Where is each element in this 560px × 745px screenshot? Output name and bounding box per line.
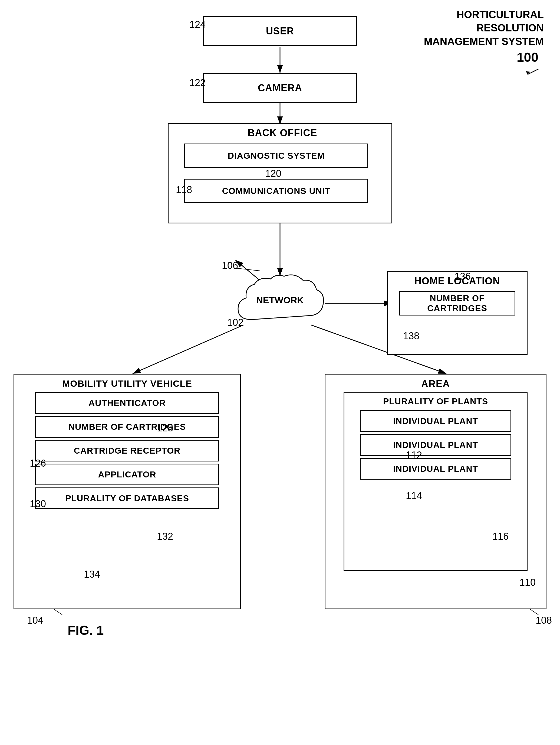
ref-110: 110	[519, 577, 536, 588]
plant2-box: INDIVIDUAL PLANT	[360, 434, 511, 456]
databases-box: PLURALITY OF DATABASES	[35, 487, 219, 509]
area-box: AREA PLURALITY OF PLANTS INDIVIDUAL PLAN…	[325, 374, 547, 609]
ref-102: 102	[227, 317, 243, 328]
home-cartridges-box: NUMBER OF CARTRIDGES	[399, 291, 515, 316]
home-location-box: HOME LOCATION NUMBER OF CARTRIDGES	[387, 271, 528, 355]
svg-line-20	[54, 609, 62, 615]
ref-112: 112	[406, 450, 422, 461]
plant3-box: INDIVIDUAL PLANT	[360, 458, 511, 480]
ref-104: 104	[27, 615, 43, 626]
camera-box: CAMERA	[203, 73, 357, 103]
ref-124: 124	[189, 19, 206, 30]
plant1-box: INDIVIDUAL PLANT	[360, 410, 511, 432]
ref-130: 130	[30, 498, 46, 510]
svg-text:NETWORK: NETWORK	[256, 295, 304, 305]
back-office-label: BACK OFFICE	[248, 127, 317, 139]
applicator-box: APPLICATOR	[35, 464, 219, 485]
svg-line-6	[133, 325, 243, 374]
plants-group-label: PLURALITY OF PLANTS	[383, 396, 488, 407]
mobility-vehicle-label: MOBILITY UTILITY VEHICLE	[62, 378, 192, 389]
ref-136: 136	[454, 271, 471, 282]
ref-118: 118	[176, 184, 192, 196]
ref-138: 138	[403, 330, 419, 342]
svg-line-22	[235, 268, 260, 271]
authenticator-box: AUTHENTICATOR	[35, 392, 219, 414]
communications-box: COMMUNICATIONS UNIT	[184, 179, 368, 203]
title-number: 100	[424, 48, 544, 66]
title-block: HORTICULTURAL RESOLUTION MANAGEMENT SYST…	[424, 8, 544, 77]
mv-cartridges-box: NUMBER OF CARTRIDGES	[35, 416, 219, 438]
ref-134: 134	[84, 569, 100, 580]
ref-116: 116	[492, 531, 509, 542]
network-cloud: NETWORK	[230, 271, 330, 338]
plants-group-box: PLURALITY OF PLANTS INDIVIDUAL PLANT IND…	[344, 392, 528, 571]
title-arrow	[522, 66, 544, 77]
ref-120: 120	[265, 168, 281, 179]
ref-126: 126	[30, 458, 46, 469]
cartridge-receptor-box: CARTRIDGE RECEPTOR	[35, 440, 219, 461]
area-label: AREA	[421, 378, 450, 390]
ref-122: 122	[189, 77, 206, 89]
svg-line-21	[530, 609, 538, 615]
title-line2: RESOLUTION	[424, 22, 544, 35]
diagnostic-box: DIAGNOSTIC SYSTEM	[184, 143, 368, 168]
ref-114: 114	[406, 490, 422, 501]
ref-106: 106	[222, 260, 238, 271]
ref-132: 132	[157, 531, 173, 542]
ref-108: 108	[536, 615, 552, 626]
ref-128: 128	[157, 422, 173, 434]
title-line3: MANAGEMENT SYSTEM	[424, 35, 544, 48]
user-box: USER	[203, 16, 357, 46]
network-cloud-svg: NETWORK	[230, 271, 330, 338]
diagram: HORTICULTURAL RESOLUTION MANAGEMENT SYST…	[0, 0, 560, 745]
title-line1: HORTICULTURAL	[424, 8, 544, 22]
mobility-vehicle-box: MOBILITY UTILITY VEHICLE AUTHENTICATOR N…	[13, 374, 241, 609]
fig-label: FIG. 1	[68, 623, 104, 638]
